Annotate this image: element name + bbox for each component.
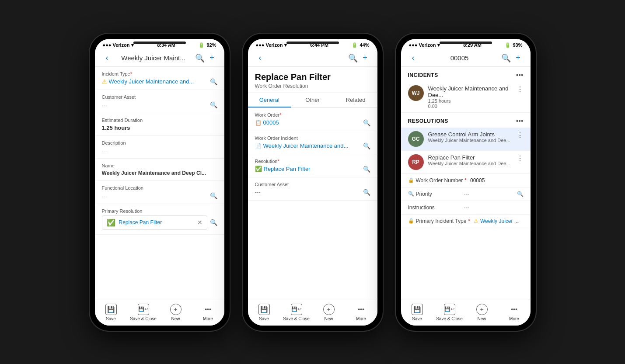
phone-2-save-button[interactable]: 💾 Save xyxy=(248,302,280,323)
phone-1-resolution-value: Replace Pan Filter xyxy=(119,219,162,225)
phone-3-resolution-menu-icon-1[interactable]: ⋮ xyxy=(517,131,524,139)
phone-3-resolutions-more-icon[interactable]: ••• xyxy=(516,117,524,125)
phone-3-incident-title-1: Weekly Juicer Maintenance and Dee... xyxy=(428,85,512,98)
phone-3-search-button[interactable]: 🔍 xyxy=(500,53,512,63)
wifi-icon: ▾ xyxy=(131,42,134,48)
phone-2-new-button[interactable]: + New xyxy=(313,302,345,323)
phone-1-primary-resolution-field: Primary Resolution ✅ Replace Pan Filter … xyxy=(95,204,224,235)
phone-3-resolution-avatar-2: RP xyxy=(408,154,424,170)
phone-1-description-value: --- xyxy=(102,147,217,154)
signal-icon-2: ●●● xyxy=(256,42,265,48)
phone-1-incident-type-value[interactable]: ⚠Weekly Juicer Maintenance and... xyxy=(102,78,194,85)
phone-3-more-button[interactable]: ••• More xyxy=(498,302,531,323)
phone-3-incident-menu-icon-1[interactable]: ⋮ xyxy=(517,85,524,94)
phone-1-nav-title: Weekly Juicer Maint... xyxy=(113,54,194,62)
tab-related[interactable]: Related xyxy=(334,93,377,107)
phone-3-resolution-item-1[interactable]: GC Grease Control Arm Joints Weekly Juic… xyxy=(401,128,531,151)
phone-2-wo-incident-label: Work Order Incident xyxy=(255,135,370,141)
phone-3-save-button[interactable]: 💾 Save xyxy=(401,302,433,323)
phone-2-save-label: Save xyxy=(259,316,269,321)
phone-1-customer-asset-search-icon[interactable]: 🔍 xyxy=(210,101,217,108)
phone-2-screen: ●●● Verizon ▾ 6:44 PM 🔋 44% ‹ 🔍 + Replac… xyxy=(248,39,377,326)
phone-1-func-location-search-icon[interactable]: 🔍 xyxy=(210,192,217,199)
phone-2-work-order-value[interactable]: 📋00005 xyxy=(255,119,279,126)
phone-1-resolution-clear-icon[interactable]: ✕ xyxy=(197,219,203,226)
phone-3-instructions-value: --- xyxy=(464,205,524,211)
phone-2-more-icon: ••• xyxy=(356,304,367,315)
phone-3-back-button[interactable]: ‹ xyxy=(407,53,419,62)
phone-3-resolutions-header: RESOLUTIONS ••• xyxy=(401,113,531,128)
phone-3-incident-sub1: 1.25 hours xyxy=(428,98,512,104)
phone-2-resolution-value[interactable]: ✅Replace Pan Filter xyxy=(255,166,311,172)
tab-general[interactable]: General xyxy=(248,93,291,107)
check-icon-2: ✅ xyxy=(255,166,262,172)
phone-3-primary-incident-type-value[interactable]: ⚠Weekly Juicer ... xyxy=(474,218,524,224)
phone-3-incident-sub2: 0.00 xyxy=(428,104,512,109)
phone-1-save-button[interactable]: 💾 Save xyxy=(95,302,127,323)
phone-3-save-close-button[interactable]: 💾↩ Save & Close xyxy=(433,302,466,323)
phone-3-incident-item-1[interactable]: WJ Weekly Juicer Maintenance and Dee... … xyxy=(401,82,531,113)
phone-3-incidents-title: INCIDENTS xyxy=(408,72,438,78)
phone-2-wo-incident-search-icon[interactable]: 🔍 xyxy=(363,142,370,149)
phone-1-est-duration-field: Estimated Duration 1.25 hours xyxy=(95,113,224,136)
phone-1-more-button[interactable]: ••• More xyxy=(192,302,224,323)
phone-2-status-bar: ●●● Verizon ▾ 6:44 PM 🔋 44% xyxy=(248,39,377,50)
phone-3-carrier: ●●● Verizon ▾ xyxy=(409,42,440,48)
phone-1-search-button[interactable]: 🔍 xyxy=(194,53,206,63)
signal-icon-3: ●●● xyxy=(409,42,418,48)
phones-container: ●●● Verizon ▾ 8:34 AM 🔋 92% ‹ Weekly Jui… xyxy=(90,34,536,331)
phone-2-new-icon: + xyxy=(323,304,335,315)
phone-1-primary-resolution-box[interactable]: ✅ Replace Pan Filter ✕ xyxy=(102,215,207,230)
phone-1-description-label: Description xyxy=(102,140,217,146)
phone-2-wo-incident-value[interactable]: 📄Weekly Juicer Maintenance and... xyxy=(255,142,349,149)
phone-2-resolution-search-icon[interactable]: 🔍 xyxy=(363,166,370,173)
phone-1-new-button[interactable]: + New xyxy=(160,302,192,323)
phone-3-toolbar: 💾 Save 💾↩ Save & Close + New ••• More xyxy=(401,299,531,326)
phone-3-work-order-number-value: 00005 xyxy=(470,177,524,184)
phone-2-toolbar: 💾 Save 💾↩ Save & Close + New ••• More xyxy=(248,299,377,326)
phone-3-new-button[interactable]: + New xyxy=(466,302,498,323)
phone-2-work-order-search-icon[interactable]: 🔍 xyxy=(363,119,370,126)
phone-3-status-bar: ●●● Verizon ▾ 8:29 AM 🔋 93% xyxy=(401,39,531,50)
phone-1-resolution-search-icon[interactable]: 🔍 xyxy=(210,219,217,226)
phone-2-more-button[interactable]: ••• More xyxy=(345,302,377,323)
warning-icon-3: ⚠ xyxy=(474,218,478,224)
phone-3-resolution-item-2[interactable]: RP Replace Pan Filter Weekly Juicer Main… xyxy=(401,151,531,174)
phone-2-back-button[interactable]: ‹ xyxy=(254,53,266,62)
battery-icon: 🔋 xyxy=(199,42,205,48)
phone-1-save-close-icon: 💾↩ xyxy=(138,304,149,315)
phone-1-save-label: Save xyxy=(106,316,116,321)
tab-other[interactable]: Other xyxy=(291,93,334,107)
phone-1-resolution-inner: ✅ Replace Pan Filter xyxy=(107,218,162,227)
phone-1-add-button[interactable]: + xyxy=(206,53,218,62)
phone-1-incident-type-field: Incident Type* ⚠Weekly Juicer Maintenanc… xyxy=(95,67,224,90)
phone-1-incident-type-label: Incident Type* xyxy=(102,71,217,76)
phone-1-incident-search-icon[interactable]: 🔍 xyxy=(210,78,217,85)
phone-1-description-field: Description --- xyxy=(95,136,224,159)
phone-3-resolution-menu-icon-2[interactable]: ⋮ xyxy=(517,154,524,163)
phone-3-primary-incident-type-label: 🔒 Primary Incident Type * xyxy=(408,218,471,224)
phone-1-save-close-button[interactable]: 💾↩ Save & Close xyxy=(127,302,160,323)
phone-1-save-close-label: Save & Close xyxy=(130,316,157,321)
phone-1-back-button[interactable]: ‹ xyxy=(101,53,113,62)
phone-3-add-button[interactable]: + xyxy=(512,53,524,62)
phone-2-search-button[interactable]: 🔍 xyxy=(347,53,359,63)
phone-1-screen: ●●● Verizon ▾ 8:34 AM 🔋 92% ‹ Weekly Jui… xyxy=(95,39,224,326)
phone-1: ●●● Verizon ▾ 8:34 AM 🔋 92% ‹ Weekly Jui… xyxy=(90,34,230,331)
phone-2-customer-asset-search-icon[interactable]: 🔍 xyxy=(363,189,370,196)
phone-3-save-icon: 💾 xyxy=(412,304,423,315)
phone-1-func-location-value: --- xyxy=(102,192,108,199)
phone-1-func-location-field: Functional Location --- 🔍 xyxy=(95,181,224,204)
phone-3-incidents-header: INCIDENTS ••• xyxy=(401,67,531,82)
phone-3-more-label: More xyxy=(509,316,519,321)
phone-3-priority-search-icon[interactable]: 🔍 xyxy=(517,191,524,197)
phone-3-save-close-label: Save & Close xyxy=(436,316,463,321)
phone-3-incidents-more-icon[interactable]: ••• xyxy=(516,71,524,79)
phone-2-save-close-button[interactable]: 💾↩ Save & Close xyxy=(280,302,313,323)
phone-3-resolution-sub-2: Weekly Juicer Maintenance and Dee... xyxy=(428,161,512,166)
phone-2-add-button[interactable]: + xyxy=(359,53,371,62)
phone-1-battery: 🔋 92% xyxy=(199,42,216,48)
phone-1-content: Incident Type* ⚠Weekly Juicer Maintenanc… xyxy=(95,67,224,299)
phone-1-incident-type-row: ⚠Weekly Juicer Maintenance and... 🔍 xyxy=(102,78,217,85)
phone-3-save-label: Save xyxy=(412,316,422,321)
